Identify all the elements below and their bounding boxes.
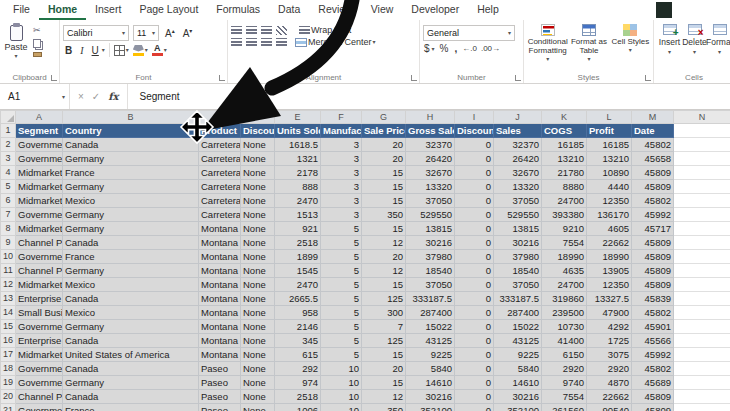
cell[interactable]: Montana <box>199 334 241 348</box>
cell[interactable]: 4605 <box>587 222 632 236</box>
merge-center-button[interactable]: Merge & Center ▾ <box>295 37 376 47</box>
cell[interactable]: 20 <box>362 138 406 152</box>
cell[interactable]: 22662 <box>587 236 632 250</box>
cell[interactable]: 18990 <box>542 250 587 264</box>
increase-decimal-button[interactable]: ←.0 <box>462 44 477 53</box>
cell[interactable]: 15 <box>362 348 406 362</box>
cell[interactable]: Mexico <box>63 194 199 208</box>
cell[interactable]: 45839 <box>632 292 674 306</box>
cell[interactable] <box>674 250 730 264</box>
cell[interactable]: Channel Partners <box>16 236 63 250</box>
orientation-button[interactable] <box>276 26 287 35</box>
cell[interactable] <box>674 152 730 166</box>
cell[interactable]: 37050 <box>494 194 542 208</box>
cell[interactable]: 21780 <box>542 166 587 180</box>
cell[interactable] <box>674 390 730 404</box>
cell[interactable]: Government <box>16 404 63 411</box>
cell[interactable]: Segment <box>16 124 63 138</box>
cell[interactable]: 1725 <box>587 334 632 348</box>
cell[interactable]: 1006 <box>275 404 321 411</box>
column-header-A[interactable]: A <box>16 111 63 124</box>
cell[interactable]: Germany <box>63 320 199 334</box>
name-box[interactable]: A1 ▾ <box>0 84 70 109</box>
cell[interactable]: 136170 <box>587 208 632 222</box>
cell[interactable]: 45566 <box>632 334 674 348</box>
cell[interactable]: 5 <box>321 334 362 348</box>
cell[interactable]: 921 <box>275 222 321 236</box>
cell[interactable]: 13320 <box>406 180 455 194</box>
column-header-F[interactable]: F <box>321 111 362 124</box>
cell[interactable] <box>674 180 730 194</box>
cell[interactable] <box>674 376 730 390</box>
cell[interactable]: 5840 <box>494 362 542 376</box>
cell[interactable] <box>674 208 730 222</box>
cell[interactable]: 9225 <box>406 348 455 362</box>
increase-font-button[interactable]: A <box>163 27 177 39</box>
row-header-1[interactable]: 1 <box>1 124 16 138</box>
cell[interactable]: 2470 <box>275 278 321 292</box>
column-header-G[interactable]: G <box>362 111 406 124</box>
cell[interactable]: 0 <box>455 404 494 411</box>
cell[interactable]: Small Business <box>16 306 63 320</box>
cell[interactable]: 15 <box>362 166 406 180</box>
cell[interactable]: 5 <box>321 306 362 320</box>
cell[interactable]: None <box>241 292 275 306</box>
cell[interactable]: 529550 <box>406 208 455 222</box>
column-header-H[interactable]: H <box>406 111 455 124</box>
cell[interactable]: 0 <box>455 222 494 236</box>
cell[interactable]: 45809 <box>632 166 674 180</box>
cell[interactable]: 30216 <box>406 236 455 250</box>
cell[interactable]: 319860 <box>542 292 587 306</box>
cell[interactable]: 2518 <box>275 390 321 404</box>
cell[interactable]: Montana <box>199 236 241 250</box>
underline-button[interactable]: U ▾ <box>90 45 105 56</box>
cell[interactable]: Paseo <box>199 376 241 390</box>
cell[interactable]: 239500 <box>542 306 587 320</box>
column-header-I[interactable]: I <box>455 111 494 124</box>
align-left-button[interactable] <box>231 38 242 47</box>
cell[interactable]: Carretera <box>199 152 241 166</box>
cell[interactable]: 5 <box>321 236 362 250</box>
cell[interactable]: 300 <box>362 306 406 320</box>
cell[interactable]: 12 <box>362 236 406 250</box>
cell[interactable] <box>674 334 730 348</box>
cell[interactable]: 3 <box>321 180 362 194</box>
cell[interactable]: None <box>241 152 275 166</box>
cell[interactable]: None <box>241 166 275 180</box>
cell[interactable]: Government <box>16 152 63 166</box>
cell[interactable]: Montana <box>199 250 241 264</box>
cell[interactable]: 32370 <box>406 138 455 152</box>
cell[interactable]: Discount Band <box>241 124 275 138</box>
cell[interactable]: None <box>241 264 275 278</box>
cell[interactable]: Channel Partners <box>16 264 63 278</box>
cell[interactable]: France <box>63 404 199 411</box>
cell[interactable]: United States of America <box>63 348 199 362</box>
cell[interactable]: 45809 <box>632 250 674 264</box>
cell[interactable]: 4440 <box>587 180 632 194</box>
cell[interactable]: 30216 <box>406 390 455 404</box>
cell[interactable]: 10 <box>321 390 362 404</box>
cell[interactable]: 0 <box>455 180 494 194</box>
cell[interactable]: 3 <box>321 208 362 222</box>
cell[interactable]: 10890 <box>587 166 632 180</box>
cell[interactable]: Montana <box>199 292 241 306</box>
cell[interactable]: 3 <box>321 138 362 152</box>
cell[interactable]: 37050 <box>494 278 542 292</box>
cell[interactable]: Paseo <box>199 404 241 411</box>
align-top-button[interactable] <box>231 26 242 35</box>
cell[interactable]: Government <box>16 250 63 264</box>
cell[interactable]: 45901 <box>632 320 674 334</box>
cell[interactable]: Government <box>16 376 63 390</box>
cell[interactable]: 14610 <box>406 376 455 390</box>
cell[interactable]: Enterprise <box>16 334 63 348</box>
cell[interactable]: 7554 <box>542 236 587 250</box>
cell[interactable]: 37050 <box>406 194 455 208</box>
cell[interactable]: 9210 <box>542 222 587 236</box>
cell[interactable]: Montana <box>199 222 241 236</box>
select-all-button[interactable] <box>1 111 16 124</box>
decrease-decimal-button[interactable]: .00→ <box>481 44 500 53</box>
cell[interactable]: 9225 <box>494 348 542 362</box>
tab-file[interactable]: File <box>4 0 39 20</box>
row-header-7[interactable]: 7 <box>1 208 16 222</box>
cell[interactable]: 0 <box>455 152 494 166</box>
